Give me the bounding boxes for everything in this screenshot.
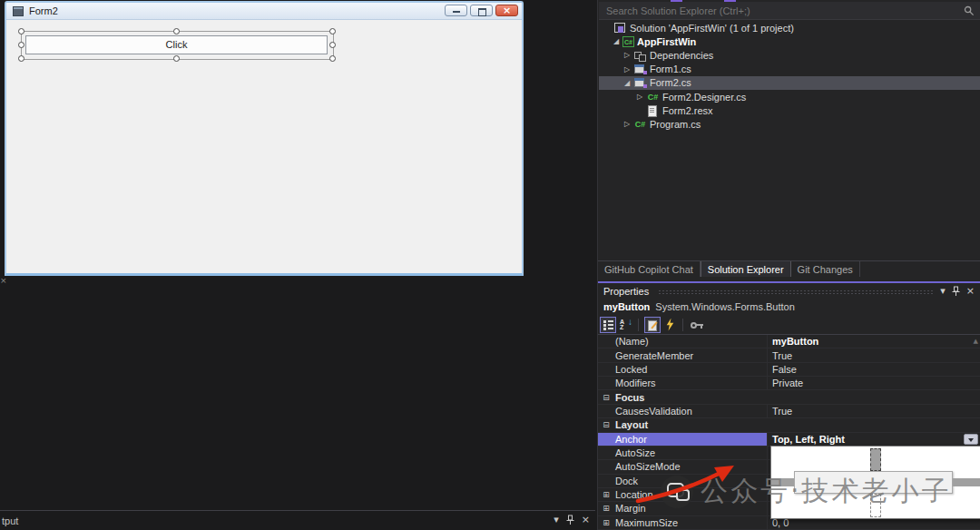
screen-artifact: × (0, 276, 7, 285)
designer-form-window: Form2 × Click (5, 1, 524, 276)
tree-item-form2-designer[interactable]: ▷ C# Form2.Designer.cs (599, 90, 980, 103)
anchor-control-preview (794, 471, 953, 494)
close-panel-icon[interactable]: × (582, 514, 590, 525)
winforms-file-icon (633, 77, 647, 88)
resx-file-icon (646, 105, 660, 116)
anchor-left-selected[interactable] (771, 478, 794, 486)
object-type: System.Windows.Forms.Button (655, 301, 794, 312)
alphabetical-sort-button[interactable]: AZ↓ (618, 317, 634, 333)
expand-property-icon[interactable]: ⊞ (601, 490, 612, 499)
tab-solution-explorer[interactable]: Solution Explorer (701, 261, 791, 277)
anchor-top-selected[interactable] (870, 448, 881, 471)
tree-item-form2-resx[interactable]: Form2.resx (599, 103, 980, 117)
tree-item-form2-selected[interactable]: ◢ Form2.cs (599, 76, 980, 90)
maximize-button[interactable] (470, 5, 493, 16)
resize-handle-w[interactable] (18, 42, 24, 48)
resize-handle-ne[interactable] (329, 28, 336, 34)
pin-icon[interactable] (952, 286, 960, 297)
form-design-surface[interactable]: Click (6, 20, 522, 276)
anchor-editor-popup[interactable] (770, 446, 980, 519)
properties-object-selector[interactable]: myButton System.Windows.Forms.Button (598, 299, 980, 314)
anchor-right-selected[interactable] (953, 478, 980, 486)
property-row-locked[interactable]: Locked False (598, 363, 980, 377)
events-button[interactable] (662, 317, 679, 333)
close-icon: × (496, 5, 517, 16)
csharp-project-icon: C# (622, 36, 634, 47)
category-row-focus[interactable]: ⊟ Focus (598, 390, 980, 404)
properties-toolbar: AZ↓ (598, 315, 980, 335)
output-panel-title: tput (2, 515, 18, 526)
search-input[interactable] (599, 5, 964, 17)
expand-property-icon[interactable]: ⊞ (601, 504, 612, 513)
tree-item-project[interactable]: ◢ C# AppFirstWin (599, 34, 980, 48)
form-icon (13, 6, 24, 16)
csharp-file-icon: C# (633, 119, 647, 130)
property-pages-button[interactable] (689, 317, 705, 333)
resize-handle-sw[interactable] (18, 55, 24, 62)
object-name: myButton (603, 301, 650, 312)
grid-scroll-up-icon[interactable]: ▲ (974, 338, 978, 345)
properties-view-button[interactable] (644, 317, 661, 333)
form-titlebar[interactable]: Form2 × (6, 3, 522, 20)
az-sort-icon: AZ↓ (620, 318, 632, 330)
resize-handle-e[interactable] (329, 42, 336, 48)
drag-grip[interactable] (658, 290, 933, 295)
dependencies-icon (633, 50, 647, 61)
minimize-button[interactable] (445, 5, 467, 16)
tree-item-form1[interactable]: ▷ Form1.cs (599, 63, 980, 76)
winforms-file-icon (633, 64, 647, 74)
solution-icon (613, 23, 627, 34)
close-panel-icon[interactable]: × (966, 285, 975, 297)
tree-expanded-icon[interactable]: ◢ (610, 37, 622, 45)
tab-github-copilot-chat[interactable]: GitHub Copilot Chat (598, 261, 701, 277)
solution-search-box[interactable] (599, 2, 980, 20)
csharp-file-icon: C# (646, 92, 660, 103)
property-row-name[interactable]: (Name) myButton (598, 335, 980, 348)
collapse-category-icon[interactable]: ⊟ (601, 420, 612, 429)
right-dock-panel: Solution 'AppFirstWin' (1 of 1 project) … (597, 0, 980, 530)
tree-expanded-icon[interactable]: ◢ (621, 79, 633, 87)
search-icon[interactable] (964, 5, 975, 16)
collapse-category-icon[interactable]: ⊟ (601, 393, 612, 402)
tree-collapsed-icon[interactable]: ▷ (621, 51, 633, 59)
resize-handle-se[interactable] (329, 55, 336, 62)
category-row-layout[interactable]: ⊟ Layout (598, 418, 980, 432)
categorized-icon (603, 320, 613, 330)
anchor-bottom-unselected[interactable] (870, 494, 881, 517)
property-row-causesvalidation[interactable]: CausesValidation True (598, 405, 980, 418)
output-panel-titlebar[interactable]: tput ▾ × (0, 510, 595, 530)
resize-handle-n[interactable] (173, 28, 180, 34)
categorized-button[interactable] (600, 317, 616, 333)
window-menu-caret-icon[interactable]: ▾ (940, 285, 946, 297)
tab-git-changes[interactable]: Git Changes (791, 261, 860, 277)
tree-collapsed-icon[interactable]: ▷ (621, 120, 633, 128)
properties-title: Properties (603, 286, 649, 297)
toolbar-separator (682, 319, 683, 331)
maximize-icon (478, 8, 486, 16)
designed-button[interactable]: Click (25, 35, 328, 54)
resize-handle-nw[interactable] (18, 28, 24, 34)
minimize-icon (453, 11, 460, 13)
solution-tree: Solution 'AppFirstWin' (1 of 1 project) … (599, 21, 980, 132)
vs-workspace: Form2 × Click × tput ▾ × (0, 0, 980, 530)
close-button[interactable]: × (495, 5, 518, 16)
expand-property-icon[interactable]: ⊞ (601, 518, 612, 527)
panel-menu-caret-icon[interactable]: ▾ (554, 514, 559, 525)
property-row-anchor-selected[interactable]: Anchor Top, Left, Right (598, 433, 980, 447)
toolbar-separator (638, 319, 639, 331)
resize-handle-s[interactable] (173, 55, 180, 62)
form-title: Form2 (29, 5, 58, 16)
tree-item-dependencies[interactable]: ▷ Dependencies (599, 48, 980, 62)
tree-collapsed-icon[interactable]: ▷ (633, 93, 646, 101)
lightning-icon (666, 319, 674, 331)
property-row-modifiers[interactable]: Modifiers Private (598, 377, 980, 390)
tree-collapsed-icon[interactable]: ▷ (621, 65, 633, 74)
panel-tab-strip: GitHub Copilot Chat Solution Explorer Gi… (598, 260, 980, 277)
anchor-dropdown-button[interactable] (964, 434, 978, 445)
tree-item-program[interactable]: ▷ C# Program.cs (599, 117, 980, 131)
tree-item-solution[interactable]: Solution 'AppFirstWin' (1 of 1 project) (599, 21, 980, 34)
pin-icon[interactable] (566, 515, 574, 525)
property-row-generatemember[interactable]: GenerateMember True (598, 348, 980, 362)
properties-titlebar[interactable]: Properties ▾ × (598, 283, 980, 299)
